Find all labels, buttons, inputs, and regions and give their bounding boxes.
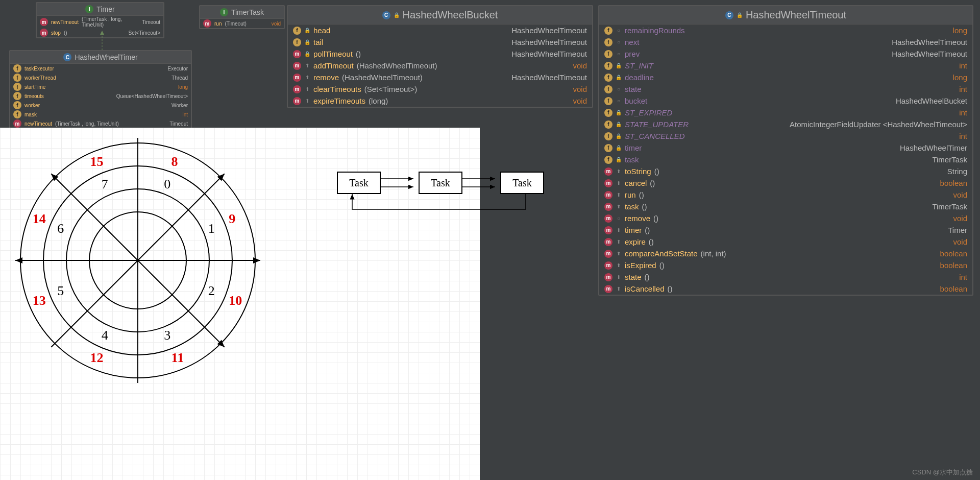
member-name: timeouts [24,93,44,99]
rows: f🔒headHashedWheelTimeoutf🔒tailHashedWhee… [288,25,592,107]
method-icon: m [293,97,301,105]
member-row: m⬆expireTimeouts(long)void [288,95,592,107]
field-icon: f [604,62,612,70]
member-row: m⬆isCancelled()boolean [599,283,972,295]
wheel-outer-label: 9 [229,211,235,227]
member-row: fworkerThreadThread [10,73,191,82]
hashed-wheel-bucket-panel: C 🔒 HashedWheelBucket f🔒headHashedWheelT… [287,5,593,108]
member-name: startTime [24,84,45,90]
member-type: boolean [940,284,967,293]
member-row: m⬆compareAndSetState(int, int)boolean [599,248,972,259]
member-type: HashedWheelTimeout [892,50,967,58]
field-icon: f [604,132,612,140]
member-name: compareAndSetState [625,249,698,258]
member-type: HashedWheelTimeout [892,38,967,46]
modifier-icon: ⬆ [616,262,622,268]
panel-header: I Timer [37,3,163,16]
method-icon: m [293,85,301,93]
member-row: ftimeoutsQueue<HashedWheelTimeout> [10,91,191,101]
interface-icon: I [220,8,228,16]
member-type: Set<Timeout> [129,30,160,36]
member-type: int [959,132,967,140]
member-name: next [625,38,639,46]
member-name: worker [24,103,40,108]
field-icon: f [604,38,612,46]
wheel-outer-label: 11 [172,350,184,366]
member-row: mnewTimeout(TimerTask , long, TimeUnit)T… [10,119,191,128]
rows: mrun(Timeout)void [200,19,284,28]
member-name: remainingRounds [625,26,685,35]
member-params: (TimerTask , long, TimeUnit) [55,121,119,127]
modifier-icon: 🔒 [616,110,622,115]
panel-title: HashedWheelTimeout [746,9,846,21]
wheel-outer-label: 14 [33,211,46,227]
member-type: Timer [948,226,967,234]
method-icon: m [604,285,612,293]
wheel-inner-label: 0 [164,177,170,192]
member-type: HashedWheelBucket [896,97,967,105]
member-row: mnewTimeout(TimerTask , long, TimeUnit)T… [37,16,163,28]
member-name: tail [313,38,323,46]
member-type: HashedWheelTimeout [511,73,587,82]
member-type: boolean [940,261,967,270]
method-icon: m [604,273,612,281]
member-type: void [573,61,587,70]
method-icon: m [40,18,48,26]
member-name: ST_CANCELLED [625,132,685,140]
member-type: void [573,85,587,93]
svg-line-9 [138,260,225,347]
method-icon: m [604,203,612,211]
member-name: prev [625,50,640,58]
member-params: () [659,261,665,270]
modifier-icon: ⬆ [616,227,622,233]
member-type: Worker [172,103,188,108]
modifier-icon: ○ [616,39,622,45]
wheel-diagram-area: 0123456789101112131415 TaskTaskTask [0,128,480,480]
modifier-icon: ○ [616,51,622,57]
panel-header: C HashedWheelTimer [10,51,191,64]
member-row: f○stateint [599,83,972,95]
panel-title: HashedWheelTimer [75,53,137,61]
panel-header: C 🔒 HashedWheelTimeout [599,6,972,25]
member-type: long [178,84,188,90]
task-arrows [332,169,567,230]
member-row: m⬆addTimeout(HashedWheelTimeout)void [288,60,592,71]
modifier-icon: ⬆ [616,180,622,186]
member-name: addTimeout [313,61,354,70]
member-row: f🔒deadlinelong [599,71,972,83]
modifier-icon: ⬆ [616,274,622,280]
wheel-inner-label: 6 [57,221,64,236]
field-icon: f [604,27,612,35]
member-row: m⬆run()void [599,189,972,201]
member-row: m⬆state()int [599,271,972,283]
panel-header: I TimerTask [200,6,284,19]
modifier-icon: 🔒 [616,122,622,127]
member-type: Timeout [169,121,188,127]
member-type: void [272,21,281,27]
member-name: isCancelled [625,284,665,293]
member-row: m⬆expire()void [599,236,972,248]
method-icon: m [604,261,612,270]
field-icon: f [604,144,612,152]
member-params: () [639,190,644,199]
wheel-outer-label: 12 [90,350,103,366]
member-name: pollTimeout [313,50,353,58]
method-icon: m [604,214,612,223]
modifier-icon: ⬆ [304,86,310,92]
member-name: deadline [625,73,654,82]
member-params: () [654,167,659,176]
member-name: expireTimeouts [313,97,365,105]
member-name: isExpired [625,261,656,270]
member-name: expire [625,237,646,246]
member-row: f🔒taskTimerTask [599,154,972,165]
class-icon: C [725,11,733,19]
method-icon: m [604,238,612,246]
modifier-icon: ⬆ [616,204,622,209]
member-name: STATE_UPDATER [625,120,689,129]
hashed-wheel-timeout-panel: C 🔒 HashedWheelTimeout f○remainingRounds… [598,5,973,296]
member-name: newTimeout [24,121,52,127]
wheel-inner-label: 1 [208,221,215,236]
member-type: HashedWheelTimeout [511,50,587,58]
method-icon: m [293,74,301,82]
field-icon: f [604,121,612,129]
